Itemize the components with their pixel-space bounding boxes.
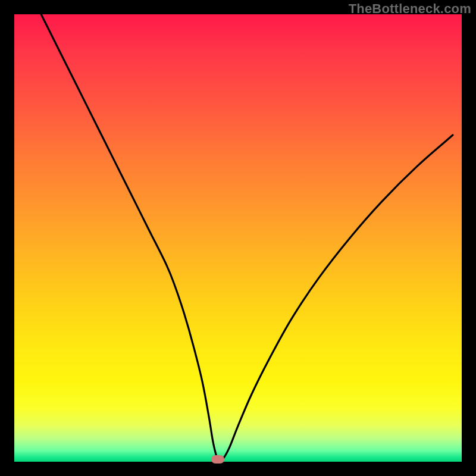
bottleneck-curve	[41, 14, 453, 461]
optimal-point-marker	[211, 455, 224, 464]
chart-frame: TheBottleneck.com	[0, 0, 476, 476]
plot-area	[14, 14, 462, 462]
bottleneck-curve-svg	[14, 14, 462, 462]
